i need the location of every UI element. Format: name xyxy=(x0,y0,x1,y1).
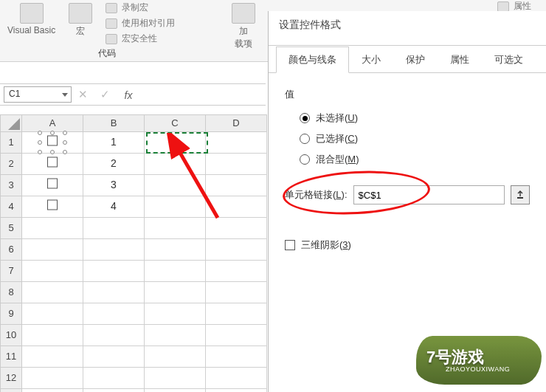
cell-A12[interactable] xyxy=(22,368,83,389)
checkbox-control-3[interactable] xyxy=(47,179,58,189)
cell-C1[interactable] xyxy=(145,132,206,154)
shadow-row[interactable]: 三维阴影(3) xyxy=(285,238,530,252)
cell-A7[interactable] xyxy=(22,261,83,282)
tab-colors-lines[interactable]: 颜色与线条 xyxy=(276,47,349,73)
cell-C8[interactable] xyxy=(145,282,206,303)
row-header-13[interactable]: 13 xyxy=(0,389,22,392)
checkbox-control-4[interactable] xyxy=(47,200,58,210)
tab-protect[interactable]: 保护 xyxy=(393,47,438,73)
cell-B3[interactable]: 3 xyxy=(83,175,145,196)
cell-B7[interactable] xyxy=(83,261,145,282)
spreadsheet-grid[interactable]: A B C D 1 1 2 2 3 3 4 4 xyxy=(0,114,267,392)
col-header-C[interactable]: C xyxy=(145,114,206,132)
cell-D2[interactable] xyxy=(206,154,267,175)
radio-selected[interactable] xyxy=(300,134,310,144)
cell-B13[interactable] xyxy=(83,389,145,392)
cell-C3[interactable] xyxy=(145,175,206,196)
cell-D7[interactable] xyxy=(206,261,267,282)
radio-unselected-row[interactable]: 未选择(U) xyxy=(300,111,530,125)
cell-C6[interactable] xyxy=(145,239,206,261)
cell-B9[interactable] xyxy=(83,303,145,325)
cell-D9[interactable] xyxy=(206,303,267,325)
row-header-8[interactable]: 8 xyxy=(0,282,22,303)
cell-A3[interactable] xyxy=(22,175,83,196)
cell-B12[interactable] xyxy=(83,368,145,389)
radio-mixed-row[interactable]: 混合型(M) xyxy=(300,153,530,166)
row-header-7[interactable]: 7 xyxy=(0,261,22,282)
tab-alt-text[interactable]: 可选文 xyxy=(482,47,536,73)
cell-A4[interactable] xyxy=(22,196,83,218)
cell-C10[interactable] xyxy=(145,325,206,346)
cell-A9[interactable] xyxy=(22,303,83,325)
use-relative-button[interactable]: 使用相对引用 xyxy=(106,17,175,30)
cell-B4[interactable]: 4 xyxy=(83,196,145,218)
cell-B1[interactable]: 1 xyxy=(83,132,145,154)
cell-D3[interactable] xyxy=(206,175,267,196)
visual-basic-button[interactable]: Visual Basic xyxy=(7,0,55,35)
cell-D12[interactable] xyxy=(206,368,267,389)
cell-D11[interactable] xyxy=(206,346,267,368)
cell-C2[interactable] xyxy=(145,154,206,175)
cell-D8[interactable] xyxy=(206,282,267,303)
cell-A10[interactable] xyxy=(22,325,83,346)
selection-handles[interactable] xyxy=(40,133,65,152)
row-header-4[interactable]: 4 xyxy=(0,196,22,218)
cell-C13[interactable] xyxy=(145,389,206,392)
record-macro-button[interactable]: 录制宏 xyxy=(106,1,148,14)
cell-D10[interactable] xyxy=(206,325,267,346)
checkbox-control-2[interactable] xyxy=(47,157,58,168)
tab-properties[interactable]: 属性 xyxy=(438,47,482,73)
cell-link-input[interactable] xyxy=(353,185,505,204)
row-header-2[interactable]: 2 xyxy=(0,154,22,175)
cell-A13[interactable] xyxy=(22,389,83,392)
insert-function-button[interactable]: fx xyxy=(116,89,138,101)
range-picker-button[interactable] xyxy=(511,185,530,204)
row-header-11[interactable]: 11 xyxy=(0,346,22,368)
col-header-A[interactable]: A xyxy=(22,114,83,132)
radio-selected-row[interactable]: 已选择(C) xyxy=(300,132,530,145)
row-header-5[interactable]: 5 xyxy=(0,218,22,239)
cell-B10[interactable] xyxy=(83,325,145,346)
row-header-6[interactable]: 6 xyxy=(0,239,22,261)
cell-B2[interactable]: 2 xyxy=(83,154,145,175)
cell-D13[interactable] xyxy=(206,389,267,392)
cell-C7[interactable] xyxy=(145,261,206,282)
enter-button[interactable]: ✓ xyxy=(94,88,116,101)
cell-A5[interactable] xyxy=(22,218,83,239)
row-header-12[interactable]: 12 xyxy=(0,368,22,389)
cell-C5[interactable] xyxy=(145,218,206,239)
shadow-checkbox[interactable] xyxy=(285,240,295,250)
cell-A8[interactable] xyxy=(22,282,83,303)
cell-D1[interactable] xyxy=(206,132,267,154)
select-all-corner[interactable] xyxy=(0,114,22,132)
cancel-entry-button[interactable]: ✕ xyxy=(72,88,94,101)
cell-D6[interactable] xyxy=(206,239,267,261)
cell-D5[interactable] xyxy=(206,218,267,239)
cell-A1[interactable] xyxy=(22,132,83,154)
name-box[interactable]: C1 xyxy=(4,86,72,103)
tab-size[interactable]: 大小 xyxy=(349,47,393,73)
addins-button[interactable]: 加 载项 xyxy=(232,0,255,50)
cell-C11[interactable] xyxy=(145,346,206,368)
cell-B11[interactable] xyxy=(83,346,145,368)
radio-unselected[interactable] xyxy=(300,113,310,123)
cell-B6[interactable] xyxy=(83,239,145,261)
row-header-9[interactable]: 9 xyxy=(0,303,22,325)
cell-C12[interactable] xyxy=(145,368,206,389)
cell-B8[interactable] xyxy=(83,282,145,303)
cell-A6[interactable] xyxy=(22,239,83,261)
cell-C9[interactable] xyxy=(145,303,206,325)
macros-button[interactable]: 宏 xyxy=(69,0,92,38)
cell-D4[interactable] xyxy=(206,196,267,218)
row-header-1[interactable]: 1 xyxy=(0,132,22,154)
radio-mixed[interactable] xyxy=(300,154,310,165)
col-header-B[interactable]: B xyxy=(83,114,145,132)
col-header-D[interactable]: D xyxy=(206,114,267,132)
row-header-3[interactable]: 3 xyxy=(0,175,22,196)
cell-C4[interactable] xyxy=(145,196,206,218)
cell-A2[interactable] xyxy=(22,154,83,175)
cell-B5[interactable] xyxy=(83,218,145,239)
row-header-10[interactable]: 10 xyxy=(0,325,22,346)
macro-security-button[interactable]: 宏安全性 xyxy=(106,32,157,45)
cell-A11[interactable] xyxy=(22,346,83,368)
